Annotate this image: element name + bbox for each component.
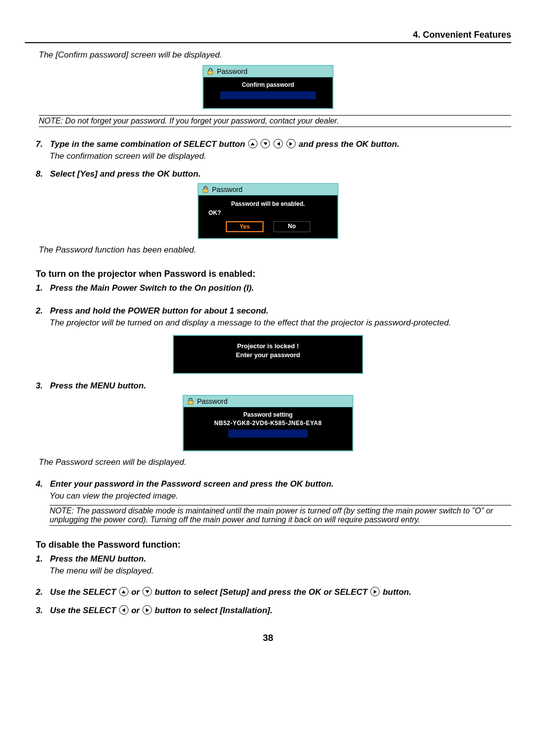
lock-icon xyxy=(187,398,195,405)
dialog-confirm-label: Confirm password xyxy=(208,81,328,88)
step-number: 7. xyxy=(36,139,48,149)
dialog-setting-body: Password setting NB52-YGK8-2VD6-K585-JNE… xyxy=(184,407,352,450)
dialog-enable-buttons: Yes No xyxy=(204,221,332,232)
dis-step-3-mid: or xyxy=(131,606,142,615)
dialog-enable-title-text: Password xyxy=(212,186,242,193)
locked-line2: Enter your password xyxy=(179,351,357,360)
dialog-enable-body: Password will be enabled. OK? Yes No xyxy=(199,195,337,238)
dis-step-3-a: Use the SELECT xyxy=(50,606,119,615)
step-number: 3. xyxy=(36,381,48,391)
dialog-setting-code: NB52-YGK8-2VD6-K585-JNE6-EYA8 xyxy=(189,420,347,427)
header-rule xyxy=(25,42,511,43)
arrow-left-icon xyxy=(119,605,129,615)
step-7-tail: The confirmation screen will be displaye… xyxy=(50,151,511,161)
password-input-field[interactable] xyxy=(220,91,316,99)
yes-button[interactable]: Yes xyxy=(226,221,264,232)
step-number: 2. xyxy=(36,306,48,316)
dialog-enable-wrap: Password Password will be enabled. OK? Y… xyxy=(25,183,511,239)
dis-step-2-c: button. xyxy=(383,587,411,597)
locked-panel-wrap: Projector is locked ! Enter your passwor… xyxy=(25,335,511,374)
password-setting-field[interactable] xyxy=(228,430,308,438)
step-number: 3. xyxy=(36,606,48,616)
locked-line1: Projector is locked ! xyxy=(179,342,357,351)
dialog-setting-title: Password xyxy=(184,396,352,407)
arrow-right-icon xyxy=(370,587,380,596)
arrow-up-icon xyxy=(248,139,258,148)
dis-step-3-b: button to select [Installation]. xyxy=(155,606,272,615)
heading-turn-on: To turn on the projector when Password i… xyxy=(36,269,511,279)
dialog-enable-title: Password xyxy=(199,184,337,195)
arrow-left-icon xyxy=(273,139,283,148)
dialog-confirm-title-text: Password xyxy=(217,67,247,75)
dialog-setting-wrap: Password Password setting NB52-YGK8-2VD6… xyxy=(25,395,511,451)
on-step-2-tail: The projector will be turned on and disp… xyxy=(50,318,511,328)
dis-step-1-lead: Press the MENU button. xyxy=(50,554,146,564)
on-step-3: 3. Press the MENU button. xyxy=(36,381,511,391)
step-number: 1. xyxy=(36,283,48,293)
dis-step-1-tail: The menu will be displayed. xyxy=(50,566,511,576)
dis-step-2-b: button to select [Setup] and press the O… xyxy=(155,587,370,597)
note-forget-password: NOTE: Do not forget your password. If yo… xyxy=(39,115,511,127)
on-step-4-tail: You can view the projected image. xyxy=(50,491,511,501)
dialog-setting-heading: Password setting xyxy=(189,411,347,418)
dialog-enable: Password Password will be enabled. OK? Y… xyxy=(198,183,338,239)
dialog-confirm-title: Password xyxy=(203,66,333,77)
dis-step-3: 3. Use the SELECT or button to select [I… xyxy=(36,605,511,616)
page: 4. Convenient Features The [Confirm pass… xyxy=(0,0,536,663)
on-step-1-lead: Press the Main Power Switch to the On po… xyxy=(50,283,254,293)
on-step-4: 4. Enter your password in the Password s… xyxy=(36,479,511,501)
dialog-confirm-body: Confirm password xyxy=(203,77,333,108)
svg-rect-0 xyxy=(208,71,213,74)
on-step-3-lead: Press the MENU button. xyxy=(50,381,146,390)
step-8: 8. Select [Yes] and press the OK button. xyxy=(36,169,511,179)
dialog-confirm: Password Confirm password xyxy=(202,65,334,109)
step-number: 4. xyxy=(36,479,48,489)
dialog-confirm-wrap: Password Confirm password xyxy=(25,65,511,109)
dis-step-2: 2. Use the SELECT or button to select [S… xyxy=(36,587,511,597)
arrow-right-icon xyxy=(142,605,152,615)
after-setting-text: The Password screen will be displayed. xyxy=(39,457,511,467)
svg-rect-1 xyxy=(203,189,208,192)
step-number: 8. xyxy=(36,169,48,179)
step-number: 1. xyxy=(36,554,48,564)
note-disable-mode: NOTE: The password disable mode is maint… xyxy=(50,505,511,526)
arrow-right-icon xyxy=(286,139,296,148)
dialog-setting-title-text: Password xyxy=(197,397,227,405)
page-number: 38 xyxy=(25,632,511,643)
step-7: 7. Type in the same combination of SELEC… xyxy=(36,139,511,161)
heading-disable: To disable the Password function: xyxy=(36,540,511,550)
arrow-down-icon xyxy=(142,587,152,596)
dis-step-2-mid: or xyxy=(131,587,142,597)
arrow-up-icon xyxy=(119,587,129,596)
on-step-2-lead: Press and hold the POWER button for abou… xyxy=(50,306,268,315)
step-8-lead: Select [Yes] and press the OK button. xyxy=(50,169,201,179)
dis-step-1: 1. Press the MENU button. The menu will … xyxy=(36,554,511,576)
step-number: 2. xyxy=(36,587,48,597)
lock-icon xyxy=(206,68,214,75)
arrow-down-icon xyxy=(261,139,270,148)
dialog-enable-line2: OK? xyxy=(204,209,332,216)
intro-line: The [Confirm password] screen will be di… xyxy=(39,50,511,60)
on-step-2: 2. Press and hold the POWER button for a… xyxy=(36,306,511,328)
section-header: 4. Convenient Features xyxy=(25,30,511,42)
step-7-lead-a: Type in the same combination of SELECT b… xyxy=(50,139,248,149)
step-7-lead-b: and press the OK button. xyxy=(299,139,400,149)
on-step-1: 1. Press the Main Power Switch to the On… xyxy=(36,283,511,293)
no-button[interactable]: No xyxy=(273,221,310,232)
dialog-enable-line1: Password will be enabled. xyxy=(204,200,332,207)
password-enabled-text: The Password function has been enabled. xyxy=(39,245,511,255)
on-step-4-lead: Enter your password in the Password scre… xyxy=(50,479,334,489)
svg-rect-2 xyxy=(188,401,193,404)
dis-step-2-a: Use the SELECT xyxy=(50,587,119,597)
locked-panel: Projector is locked ! Enter your passwor… xyxy=(173,335,363,374)
dialog-setting: Password Password setting NB52-YGK8-2VD6… xyxy=(183,395,353,451)
lock-icon xyxy=(201,186,209,193)
